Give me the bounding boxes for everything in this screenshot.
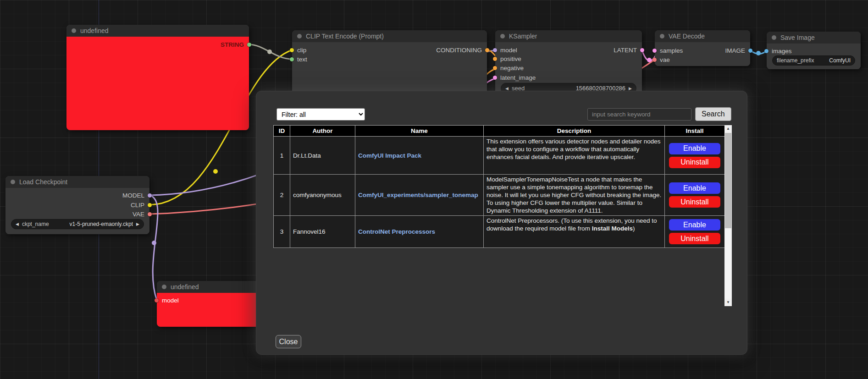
uninstall-button[interactable]: Uninstall <box>669 196 720 208</box>
ext-name-link[interactable]: ControlNet Preprocessors <box>358 228 435 235</box>
input-slot-positive[interactable]: positive <box>493 55 521 62</box>
node-title: VAE Decode <box>669 33 705 40</box>
custom-nodes-manager-dialog: Filter: all Search ID Author Name Descri… <box>256 91 747 355</box>
output-slot-image[interactable]: IMAGE <box>725 47 752 54</box>
widget-label: filename_prefix <box>777 57 814 64</box>
ext-name-link[interactable]: ComfyUI_experiments/sampler_tonemap <box>358 192 478 198</box>
increment-arrow-icon[interactable]: ▶ <box>136 222 139 226</box>
output-slot-vae[interactable]: VAE <box>133 210 152 218</box>
node-title-bar[interactable]: CLIP Text Encode (Prompt) <box>292 30 487 42</box>
ext-id: 1 <box>274 137 290 175</box>
search-input[interactable] <box>587 108 691 121</box>
uninstall-button[interactable]: Uninstall <box>669 157 720 168</box>
ext-name-link[interactable]: ComfyUI Impact Pack <box>358 152 421 159</box>
ext-author: Dr.Lt.Data <box>290 137 355 175</box>
slot-dot-samples-input[interactable] <box>652 49 657 53</box>
collapse-dot-icon[interactable] <box>500 34 505 38</box>
table-header-row: ID Author Name Description Install <box>274 126 725 137</box>
output-slot-latent[interactable]: LATENT <box>614 46 644 54</box>
slot-dot-latent-image-input[interactable] <box>493 76 497 80</box>
node-ksampler[interactable]: KSampler model positive negative latent_… <box>495 30 642 99</box>
collapse-dot-icon[interactable] <box>72 28 76 33</box>
node-title: KSampler <box>509 33 537 40</box>
slot-dot-clip-input[interactable] <box>290 48 294 52</box>
node-save-image[interactable]: Save Image images filename_prefix ComfyU… <box>767 32 861 69</box>
slot-dot-conditioning-output[interactable] <box>485 48 489 52</box>
node-title: undefined <box>80 27 109 34</box>
link-midpoint-dot <box>267 49 272 54</box>
input-slot-latent-image[interactable]: latent_image <box>493 74 536 81</box>
slot-label: STRING <box>221 41 244 48</box>
slot-dot-negative-input[interactable] <box>493 66 497 70</box>
scroll-up-icon[interactable]: ▲ <box>724 125 732 132</box>
enable-button[interactable]: Enable <box>669 219 720 231</box>
node-title: Load Checkpoint <box>19 178 67 186</box>
node-title-bar[interactable]: undefined <box>66 25 249 37</box>
node-load-checkpoint[interactable]: Load Checkpoint MODEL CLIP VAE ◀ ckpt_na… <box>6 176 149 234</box>
scroll-down-icon[interactable]: ▼ <box>724 299 732 306</box>
input-slot-clip[interactable]: clip <box>290 46 306 54</box>
input-slot-samples[interactable]: samples <box>652 47 683 54</box>
uninstall-button[interactable]: Uninstall <box>669 233 720 244</box>
slot-dot-positive-input[interactable] <box>493 57 497 61</box>
slot-dot-model-output[interactable] <box>148 193 152 198</box>
node-title-bar[interactable]: VAE Decode <box>655 30 750 42</box>
decrement-arrow-icon[interactable]: ◀ <box>505 86 509 91</box>
search-button[interactable]: Search <box>695 107 731 121</box>
ckpt-name-widget[interactable]: ◀ ckpt_name v1-5-pruned-emaonly.ckpt ▶ <box>11 219 144 229</box>
enable-button[interactable]: Enable <box>669 143 720 154</box>
slot-dot-model-input[interactable] <box>155 298 159 302</box>
collapse-dot-icon[interactable] <box>660 34 664 38</box>
slot-dot-image-output[interactable] <box>748 49 752 53</box>
node-title-bar[interactable]: Save Image <box>767 32 861 44</box>
enable-button[interactable]: Enable <box>669 182 720 194</box>
output-slot-conditioning[interactable]: CONDITIONING <box>436 46 489 54</box>
slot-dot-vae-input[interactable] <box>652 58 657 62</box>
filter-select[interactable]: Filter: all <box>276 108 365 121</box>
table-row: 3 Fannovel16 ControlNet Preprocessors Co… <box>274 216 725 248</box>
output-slot-clip[interactable]: CLIP <box>131 201 152 209</box>
input-slot-text[interactable]: text <box>290 55 307 63</box>
wire-string-link <box>249 44 292 59</box>
link-midpoint-dot <box>647 58 652 62</box>
collapse-dot-icon[interactable] <box>162 285 166 289</box>
slot-dot-latent-output[interactable] <box>640 48 644 52</box>
table-scrollbar[interactable]: ▲ ▼ <box>724 125 732 306</box>
input-slot-vae[interactable]: vae <box>652 56 670 63</box>
output-slot-string[interactable]: STRING <box>221 41 251 48</box>
collapse-dot-icon[interactable] <box>11 180 15 184</box>
graph-canvas[interactable]: undefined STRING CLIP Text Encode (Promp… <box>0 0 868 379</box>
slot-dot-images-input[interactable] <box>764 49 768 53</box>
slot-dot-string-output[interactable] <box>247 43 251 47</box>
col-header-id: ID <box>274 126 290 137</box>
input-slot-model[interactable]: model <box>493 46 517 54</box>
widget-value: ComfyUI <box>817 57 851 64</box>
slot-dot-model-input[interactable] <box>493 48 497 52</box>
slot-dot-text-input[interactable] <box>290 57 294 61</box>
node-title-bar[interactable]: Load Checkpoint <box>6 176 149 188</box>
node-body-error: STRING <box>66 37 249 130</box>
node-undefined-top[interactable]: undefined STRING <box>66 25 249 130</box>
input-slot-images[interactable]: images <box>764 47 792 55</box>
slot-dot-vae-output[interactable] <box>148 212 152 216</box>
increment-arrow-icon[interactable]: ▶ <box>629 86 632 91</box>
close-button[interactable]: Close <box>276 335 301 348</box>
slot-dot-clip-output[interactable] <box>148 203 152 207</box>
ext-description: This extension offers various detector n… <box>484 137 665 175</box>
ext-id: 3 <box>274 216 290 248</box>
node-vae-decode[interactable]: VAE Decode samples vae IMAGE <box>655 30 750 66</box>
output-slot-model[interactable]: MODEL <box>122 192 152 199</box>
scrollbar-thumb[interactable] <box>725 133 731 228</box>
table-row: 1 Dr.Lt.Data ComfyUI Impact Pack This ex… <box>274 137 725 175</box>
collapse-dot-icon[interactable] <box>297 34 302 38</box>
input-slot-negative[interactable]: negative <box>493 64 524 71</box>
input-slot-model[interactable]: model <box>155 297 179 304</box>
filename-prefix-widget[interactable]: filename_prefix ComfyUI <box>772 55 855 66</box>
link-midpoint-dot <box>152 241 156 245</box>
decrement-arrow-icon[interactable]: ◀ <box>16 222 19 226</box>
node-title: undefined <box>171 283 199 291</box>
collapse-dot-icon[interactable] <box>772 35 776 40</box>
col-header-description: Description <box>484 126 665 137</box>
col-header-install: Install <box>665 126 725 137</box>
node-title-bar[interactable]: KSampler <box>495 30 642 42</box>
